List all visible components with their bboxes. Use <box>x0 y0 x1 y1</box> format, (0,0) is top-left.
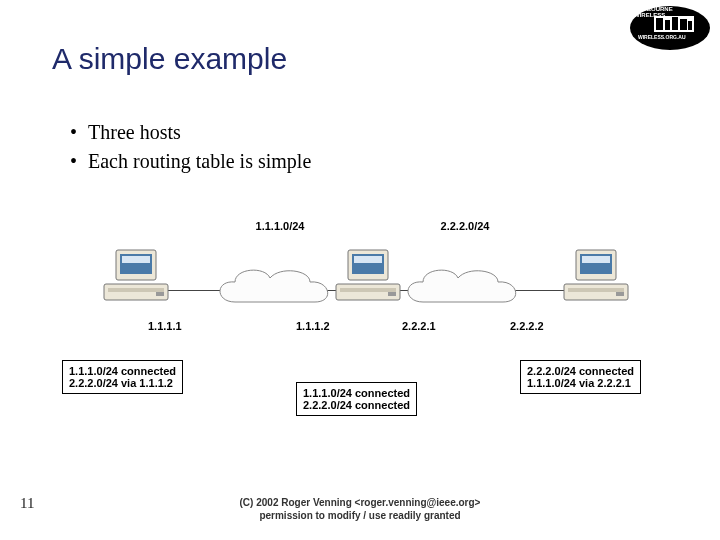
svg-rect-23 <box>568 288 624 292</box>
logo-text-2: WIRELESS <box>634 12 665 18</box>
routing-table-b: 1.1.1.0/24 connected 2.2.2.0/24 connecte… <box>296 382 417 416</box>
rt-c-line2: 1.1.1.0/24 via 2.2.2.1 <box>527 377 634 389</box>
routing-table-a: 1.1.1.0/24 connected 2.2.2.0/24 via 1.1.… <box>62 360 183 394</box>
host-b-ip-left: 1.1.1.2 <box>296 320 330 332</box>
host-a-ip: 1.1.1.1 <box>148 320 182 332</box>
logo-text-3: WIRELESS.ORG.AU <box>638 34 686 40</box>
network-label-left: 1.1.1.0/24 <box>235 220 325 232</box>
bullet-1: •Three hosts <box>70 118 311 147</box>
svg-rect-6 <box>688 21 692 30</box>
host-b <box>334 248 404 310</box>
host-a <box>102 248 172 310</box>
rt-b-line1: 1.1.1.0/24 connected <box>303 387 410 399</box>
rt-a-line2: 2.2.2.0/24 via 1.1.1.2 <box>69 377 176 389</box>
logo-badge: MELBOURNE WIRELESS WIRELESS.ORG.AU <box>628 4 712 56</box>
rt-c-line1: 2.2.2.0/24 connected <box>527 365 634 377</box>
footer: (C) 2002 Roger Venning <roger.venning@ie… <box>0 497 720 522</box>
svg-rect-15 <box>354 256 382 263</box>
svg-rect-2 <box>656 18 663 30</box>
svg-rect-17 <box>340 288 396 292</box>
host-c <box>562 248 632 310</box>
svg-rect-3 <box>665 20 670 30</box>
footer-line2: permission to modify / use readily grant… <box>0 510 720 523</box>
svg-rect-18 <box>388 292 396 296</box>
bullet-list: •Three hosts •Each routing table is simp… <box>70 118 311 176</box>
svg-rect-21 <box>582 256 610 263</box>
bullet-2-text: Each routing table is simple <box>88 150 311 172</box>
routing-table-c: 2.2.2.0/24 connected 1.1.1.0/24 via 2.2.… <box>520 360 641 394</box>
host-b-ip-right: 2.2.2.1 <box>402 320 436 332</box>
host-c-ip: 2.2.2.2 <box>510 320 544 332</box>
footer-line1: (C) 2002 Roger Venning <roger.venning@ie… <box>0 497 720 510</box>
rt-b-line2: 2.2.2.0/24 connected <box>303 399 410 411</box>
bullet-2: •Each routing table is simple <box>70 147 311 176</box>
svg-rect-12 <box>156 292 164 296</box>
network-label-right: 2.2.2.0/24 <box>420 220 510 232</box>
cloud-right <box>398 262 528 320</box>
slide-title: A simple example <box>52 42 287 76</box>
svg-rect-24 <box>616 292 624 296</box>
cloud-left <box>210 262 340 320</box>
svg-rect-4 <box>672 17 678 30</box>
svg-rect-9 <box>122 256 150 263</box>
svg-rect-11 <box>108 288 164 292</box>
svg-rect-5 <box>680 19 687 30</box>
rt-a-line1: 1.1.1.0/24 connected <box>69 365 176 377</box>
bullet-1-text: Three hosts <box>88 121 181 143</box>
